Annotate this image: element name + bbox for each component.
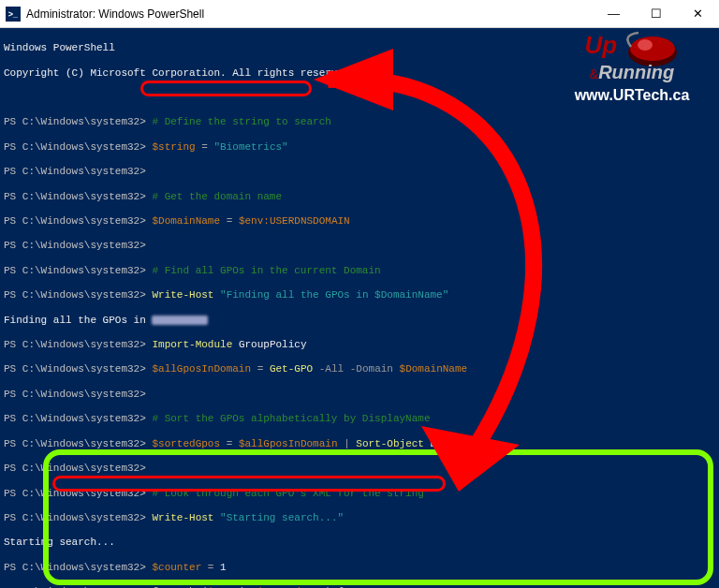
powershell-icon: >_ <box>6 7 21 22</box>
minimize-button[interactable]: — <box>593 0 635 28</box>
console-output[interactable]: Windows PowerShell Copyright (C) Microso… <box>0 28 719 588</box>
titlebar: >_ Administrator: Windows PowerShell — ☐… <box>0 0 719 28</box>
close-button[interactable]: ✕ <box>677 0 719 28</box>
maximize-button[interactable]: ☐ <box>635 0 677 28</box>
redacted <box>152 316 208 325</box>
header-line: Windows PowerShell <box>4 42 715 54</box>
copyright-line: Copyright (C) Microsoft Corporation. All… <box>4 67 715 80</box>
window-title: Administrator: Windows PowerShell <box>26 7 593 21</box>
